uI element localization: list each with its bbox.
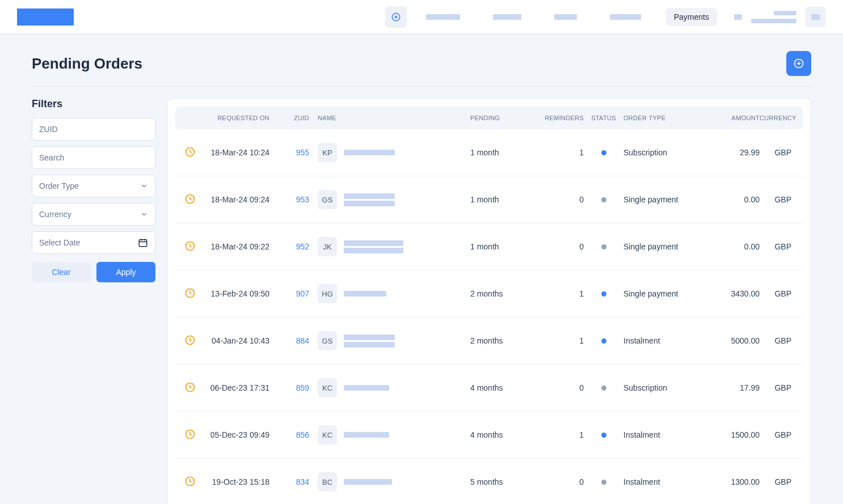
zuid-link[interactable]: 955	[296, 148, 309, 157]
zuid-input[interactable]	[32, 118, 155, 141]
cell-order-type: Instalment	[623, 336, 709, 345]
user-avatar[interactable]	[806, 7, 826, 27]
col-requested-on: REQUESTED ON	[207, 115, 281, 121]
cell-order-type: Instalment	[623, 430, 709, 439]
cell-amount: 0.00	[709, 242, 760, 251]
clock-icon	[184, 146, 196, 158]
table-row[interactable]: 18-Mar-24 09:22952JK1 month0Single payme…	[175, 223, 803, 270]
cell-reminders: 0	[533, 242, 584, 251]
clock-icon	[184, 429, 196, 440]
cell-date: 06-Dec-23 17:31	[207, 383, 281, 392]
clear-button[interactable]: Clear	[32, 262, 91, 282]
orders-table: REQUESTED ON ZUID NAME PENDING REMINDERS…	[167, 98, 811, 504]
table-row[interactable]: 19-Oct-23 15:18834BC5 months0Instalment1…	[175, 459, 803, 504]
cell-order-type: Single payment	[623, 195, 709, 204]
table-row[interactable]: 13-Feb-24 09:50907HG2 months1Single paym…	[175, 270, 803, 317]
status-dot	[601, 291, 606, 297]
zuid-link[interactable]: 907	[296, 289, 309, 298]
name-redacted	[344, 477, 392, 486]
nav-item-4[interactable]	[602, 10, 649, 24]
cell-date: 05-Dec-23 09:49	[207, 430, 281, 439]
table-row[interactable]: 05-Dec-23 09:49856KC4 months1Instalment1…	[175, 412, 803, 459]
nav-item-2[interactable]	[485, 10, 529, 24]
name-redacted	[344, 192, 395, 208]
cell-pending: 1 month	[470, 242, 533, 251]
header-right	[734, 7, 826, 27]
currency-label: Currency	[39, 210, 71, 219]
clock-icon	[184, 287, 196, 299]
currency-select[interactable]: Currency	[32, 203, 155, 226]
cell-date: 18-Mar-24 09:22	[207, 242, 281, 251]
chevron-down-icon	[140, 210, 148, 218]
cell-reminders: 0	[533, 195, 584, 204]
cell-pending: 1 month	[470, 148, 533, 157]
name-redacted	[344, 430, 389, 439]
clock-icon	[184, 382, 196, 393]
zuid-link[interactable]: 834	[296, 477, 309, 486]
cell-currency: GBP	[760, 477, 794, 486]
apply-button[interactable]: Apply	[96, 262, 155, 282]
cell-currency: GBP	[760, 195, 794, 204]
avatar: GS	[318, 190, 337, 209]
nav-item-3[interactable]	[546, 10, 585, 24]
name-redacted	[344, 148, 395, 157]
calendar-icon	[138, 238, 148, 248]
col-pending: PENDING	[470, 115, 533, 121]
zuid-link[interactable]: 856	[296, 430, 309, 439]
table-row[interactable]: 18-Mar-24 09:24953GS1 month0Single payme…	[175, 176, 803, 223]
order-type-select[interactable]: Order Type	[32, 175, 155, 197]
col-name: NAME	[309, 115, 470, 121]
add-order-button[interactable]	[786, 51, 811, 76]
table-row[interactable]: 18-Mar-24 10:24955KP1 month1Subscription…	[175, 129, 803, 176]
cell-currency: GBP	[760, 336, 794, 345]
zuid-link[interactable]: 884	[296, 336, 309, 345]
cell-reminders: 0	[533, 477, 584, 486]
avatar: HG	[318, 284, 337, 303]
col-zuid: ZUID	[281, 115, 309, 121]
date-picker[interactable]: Select Date	[32, 231, 155, 254]
cell-amount: 1500.00	[709, 430, 760, 439]
cell-reminders: 1	[533, 289, 584, 298]
zuid-link[interactable]: 859	[296, 383, 309, 392]
cell-currency: GBP	[760, 289, 794, 298]
zuid-link[interactable]: 952	[296, 242, 309, 251]
cell-currency: GBP	[760, 430, 794, 439]
plus-circle-icon	[793, 58, 804, 69]
name-redacted	[344, 333, 395, 349]
avatar: KP	[318, 143, 337, 162]
status-dot	[601, 433, 606, 438]
cell-date: 19-Oct-23 15:18	[207, 477, 281, 486]
cell-pending: 1 month	[470, 195, 533, 204]
clock-icon	[184, 334, 196, 346]
cell-date: 13-Feb-24 09:50	[207, 289, 281, 298]
cell-reminders: 1	[533, 148, 584, 157]
table-header: REQUESTED ON ZUID NAME PENDING REMINDERS…	[175, 107, 803, 129]
status-dot	[601, 338, 606, 344]
cell-order-type: Single payment	[623, 289, 709, 298]
logo	[17, 9, 74, 26]
avatar: BC	[318, 472, 337, 492]
filters-panel: Filters Order Type Currency Select Date …	[32, 98, 155, 282]
cell-reminders: 0	[533, 383, 584, 392]
user-info[interactable]	[751, 11, 796, 23]
header-add-button[interactable]	[385, 6, 407, 28]
cell-amount: 1300.00	[709, 477, 760, 486]
status-dot	[601, 150, 606, 155]
zuid-link[interactable]: 953	[296, 195, 309, 204]
name-redacted	[344, 289, 386, 298]
cell-order-type: Single payment	[623, 242, 709, 251]
table-row[interactable]: 04-Jan-24 10:43884GS2 months1Instalment5…	[175, 317, 803, 365]
page-title: Pending Orders	[32, 55, 142, 73]
nav-item-payments[interactable]: Payments	[666, 8, 717, 26]
status-dot	[601, 386, 606, 391]
main-nav: Payments	[418, 8, 717, 26]
col-currency: CURRENCY	[760, 115, 794, 121]
table-row[interactable]: 06-Dec-23 17:31859KC4 months0Subscriptio…	[175, 365, 803, 412]
cell-order-type: Subscription	[623, 383, 709, 392]
avatar: JK	[318, 237, 337, 256]
col-reminders: REMINDERS	[533, 115, 584, 121]
search-input[interactable]	[32, 146, 155, 169]
nav-item-1[interactable]	[418, 10, 468, 24]
cell-amount: 5000.00	[709, 336, 760, 345]
clock-icon	[184, 476, 196, 487]
